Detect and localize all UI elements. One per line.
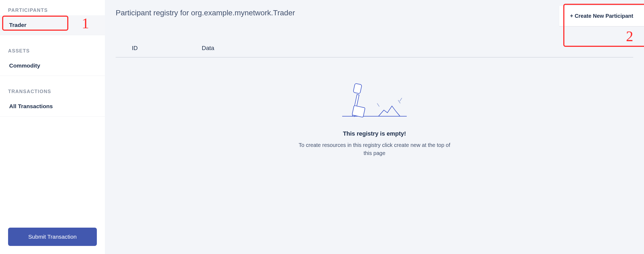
submit-transaction-button[interactable]: Submit Transaction <box>8 228 97 246</box>
svg-rect-6 <box>352 105 365 117</box>
sidebar-item-label: Trader <box>9 22 26 28</box>
column-header-id: ID <box>132 45 202 52</box>
sidebar-item-commodity[interactable]: Commodity <box>0 56 105 76</box>
sidebar-item-all-transactions[interactable]: All Transactions <box>0 97 105 116</box>
sidebar-item-label: Commodity <box>9 62 40 69</box>
create-new-participant-button[interactable]: + Create New Participant <box>559 6 644 26</box>
svg-line-4 <box>400 98 402 101</box>
empty-state-illustration <box>339 82 409 119</box>
section-header-transactions: TRANSACTIONS <box>0 76 105 97</box>
empty-state: This registry is empty! To create resour… <box>105 58 644 168</box>
main-header: Participant registry for org.example.myn… <box>105 0 644 26</box>
sidebar: PARTICIPANTS Trader ASSETS Commodity TRA… <box>0 0 105 254</box>
section-header-participants: PARTICIPANTS <box>0 0 105 15</box>
main-content: Participant registry for org.example.myn… <box>105 0 644 254</box>
sidebar-item-trader[interactable]: Trader <box>0 15 105 35</box>
table-header-row: ID Data <box>116 37 633 58</box>
empty-state-subtitle: To create resources in this registry cli… <box>294 141 455 157</box>
svg-rect-7 <box>353 83 362 94</box>
empty-state-title: This registry is empty! <box>343 130 406 137</box>
sidebar-item-label: All Transactions <box>9 103 53 109</box>
svg-line-2 <box>377 103 379 107</box>
page-title: Participant registry for org.example.myn… <box>116 9 295 17</box>
section-assets: ASSETS Commodity <box>0 35 105 76</box>
section-header-assets: ASSETS <box>0 35 105 56</box>
section-participants: PARTICIPANTS Trader <box>0 0 105 35</box>
section-transactions: TRANSACTIONS All Transactions <box>0 76 105 117</box>
column-header-data: Data <box>202 45 214 52</box>
